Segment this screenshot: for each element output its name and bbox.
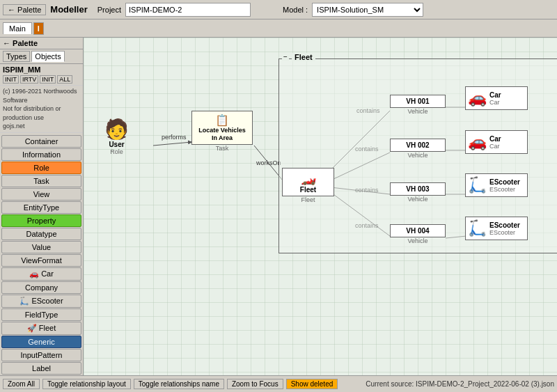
palette-header: ← Palette — [0, 38, 83, 49]
palette-item-value[interactable]: Value — [1, 241, 81, 253]
project-label: Project — [97, 6, 121, 14]
filter-tab-init2[interactable]: INIT — [40, 75, 56, 84]
main-layout: ← Palette Types Objects ISPIM_MM INIT IR… — [0, 38, 557, 375]
vh004-type: Vehicle — [390, 237, 446, 244]
node-escooter2[interactable]: 🛴 EScooter EScooter — [465, 217, 528, 240]
vh001-name: VH 001 — [406, 97, 429, 105]
palette-item-inputpattern[interactable]: InputPattern — [1, 349, 81, 361]
car2-name: Car — [489, 135, 501, 143]
tab-main[interactable]: Main — [3, 22, 32, 34]
palette-item-property[interactable]: Property — [1, 214, 81, 227]
fleet-box-collapse-icon[interactable]: − — [282, 53, 289, 61]
tabbar: Main I — [0, 19, 557, 38]
vh003-type: Vehicle — [390, 196, 446, 203]
topbar: ← Palette Modeller Project Model : ISPIM… — [0, 0, 557, 19]
node-car1[interactable]: 🚗 Car Car — [465, 86, 528, 110]
vh001-type: Vehicle — [390, 108, 446, 115]
palette-item-car[interactable]: 🚗 Car — [1, 267, 81, 281]
task-icon: 📋 — [195, 113, 249, 127]
zoom-all-button[interactable]: Zoom All — [3, 379, 40, 389]
palette-item-view[interactable]: View — [1, 188, 81, 201]
palette-tab-objects[interactable]: Objects — [31, 51, 64, 62]
user-icon: 🧑 — [104, 118, 129, 141]
palette-items: ContainerInformationRoleTaskViewEntityTy… — [0, 133, 83, 375]
fleet-node-type: Fleet — [282, 196, 334, 203]
escooter2-icon: 🛴 — [468, 219, 487, 237]
node-fleet[interactable]: 🏎️ Fleet Fleet — [282, 168, 334, 203]
car1-type: Car — [489, 99, 501, 106]
palette-item-viewformat[interactable]: ViewFormat — [1, 254, 81, 267]
palette-item-information[interactable]: Information — [1, 148, 81, 161]
palette-item-escooter[interactable]: 🛴 EScooter — [1, 295, 81, 308]
svg-line-0 — [153, 142, 191, 146]
escooter1-type: EScooter — [489, 186, 520, 193]
rel-performs: performs — [162, 134, 187, 141]
palette-item-role[interactable]: Role — [1, 162, 81, 174]
node-task[interactable]: 📋 Locate Vehicles In Area Task — [191, 111, 253, 152]
escooter1-icon: 🛴 — [468, 176, 487, 194]
escooter2-name: EScooter — [489, 221, 520, 229]
vh003-name: VH 003 — [406, 185, 429, 193]
vh001-box: VH 001 — [390, 95, 446, 108]
palette-title: ← Palette — [3, 39, 38, 47]
car1-name: Car — [489, 91, 501, 99]
bottombar: Zoom All Toggle relationship layout Togg… — [0, 375, 557, 392]
car2-icon: 🚗 — [468, 133, 487, 151]
palette-item-datatype[interactable]: Datatype — [1, 228, 81, 240]
palette-filter-name: ISPIM_MM — [3, 65, 80, 74]
palette-item-fieldtype[interactable]: FieldType — [1, 308, 81, 321]
node-vh002[interactable]: VH 002 Vehicle — [390, 139, 446, 159]
filter-tab-all[interactable]: ALL — [57, 75, 72, 84]
user-type: Role — [104, 148, 129, 155]
node-vh003[interactable]: VH 003 Vehicle — [390, 182, 446, 203]
palette-tab-types[interactable]: Types — [3, 51, 30, 62]
vh002-box: VH 002 — [390, 139, 446, 152]
node-vh004[interactable]: VH 004 Vehicle — [390, 224, 446, 244]
project-input[interactable] — [125, 3, 251, 17]
vh002-name: VH 002 — [406, 141, 429, 149]
canvas-area[interactable]: performs worksOn contains contains conta… — [84, 38, 557, 375]
palette-item-generic[interactable]: Generic — [1, 336, 81, 348]
car1-icon: 🚗 — [468, 89, 487, 107]
task-name: Locate Vehicles In Area — [195, 127, 249, 142]
vh004-name: VH 004 — [406, 227, 429, 235]
palette-item-container[interactable]: Container — [1, 135, 81, 148]
status-text: Current source: ISPIM-DEMO-2_Project_202… — [366, 380, 554, 388]
palette-item-task[interactable]: Task — [1, 175, 81, 187]
vh002-type: Vehicle — [390, 152, 446, 159]
node-vh001[interactable]: VH 001 Vehicle — [390, 95, 446, 115]
user-name: User — [104, 141, 129, 148]
palette: ← Palette Types Objects ISPIM_MM INIT IR… — [0, 38, 84, 375]
zoom-focus-button[interactable]: Zoom to Focus — [227, 379, 283, 389]
back-button[interactable]: ← Palette — [3, 4, 46, 15]
palette-item-entitytype[interactable]: EntityType — [1, 201, 81, 214]
toggle-rel-name-button[interactable]: Toggle relationships name — [134, 379, 224, 389]
tab-icon[interactable]: I — [33, 22, 44, 35]
vh004-box: VH 004 — [390, 224, 446, 237]
node-user[interactable]: 🧑 User Role — [104, 118, 129, 155]
palette-notice: (c) 1996-2021 Northwoods Software Not fo… — [0, 86, 83, 133]
node-escooter1[interactable]: 🛴 EScooter EScooter — [465, 173, 528, 197]
palette-tabs: Types Objects — [0, 49, 83, 64]
palette-item-company[interactable]: Company — [1, 281, 81, 294]
vh003-box: VH 003 — [390, 182, 446, 196]
filter-tab-irtv[interactable]: IRTV — [20, 75, 38, 84]
toggle-rel-layout-button[interactable]: Toggle relationship layout — [42, 379, 131, 389]
rel-worksOn: worksOn — [256, 159, 281, 166]
task-type: Task — [191, 145, 253, 152]
model-label: Model : — [283, 6, 308, 14]
car2-type: Car — [489, 143, 501, 150]
escooter2-type: EScooter — [489, 229, 520, 236]
model-select[interactable]: ISPIM-Solution_SM — [312, 3, 423, 17]
fleet-node-icon: 🏎️ — [285, 171, 331, 186]
fleet-box-title: Fleet — [292, 53, 315, 61]
filter-tab-init1[interactable]: INIT — [3, 75, 19, 84]
fleet-node-name: Fleet — [285, 186, 331, 194]
node-car2[interactable]: 🚗 Car Car — [465, 130, 528, 154]
show-deleted-button[interactable]: Show deleted — [286, 379, 338, 389]
palette-item-fleet[interactable]: 🚀 Fleet — [1, 322, 81, 335]
escooter1-name: EScooter — [489, 178, 520, 186]
palette-item-label[interactable]: Label — [1, 362, 81, 375]
modeller-title: Modeller — [50, 4, 87, 15]
